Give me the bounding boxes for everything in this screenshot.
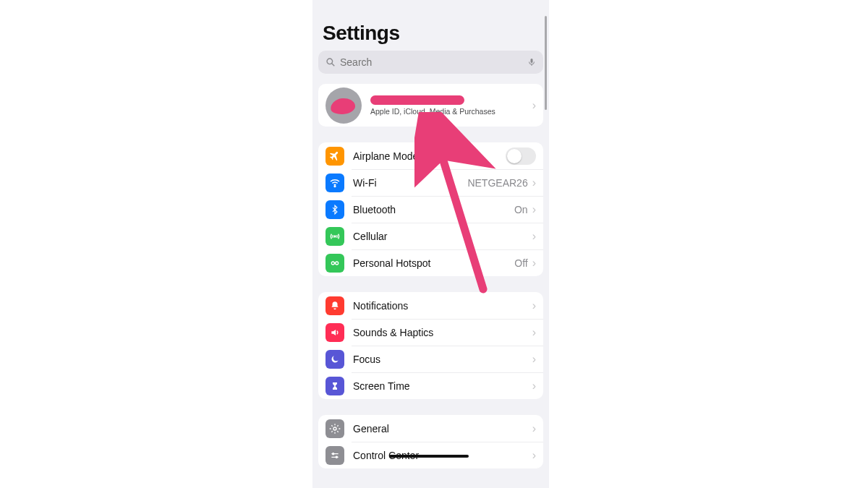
row-value: On	[514, 204, 528, 215]
svg-rect-2	[531, 59, 533, 63]
row-value: NETGEAR26	[467, 177, 527, 189]
svg-point-9	[333, 427, 336, 430]
search-input[interactable]	[340, 56, 523, 68]
profile-subtitle: Apple ID, iCloud, Media & Purchases	[370, 107, 532, 116]
svg-point-6	[331, 262, 334, 265]
profile-row[interactable]: Apple ID, iCloud, Media & Purchases ›	[318, 84, 543, 127]
moon-icon	[326, 350, 344, 369]
row-label: Airplane Mode	[353, 150, 506, 162]
row-cellular[interactable]: Cellular ›	[318, 223, 543, 249]
group-connectivity: Airplane Mode Wi-Fi NETGEAR26 › Bluetoot…	[318, 142, 543, 276]
search-icon	[326, 57, 336, 67]
row-general[interactable]: General ›	[318, 415, 543, 442]
row-label: Wi-Fi	[353, 177, 467, 189]
chevron-right-icon: ›	[532, 380, 536, 392]
row-sounds[interactable]: Sounds & Haptics ›	[318, 319, 543, 346]
row-airplane-mode[interactable]: Airplane Mode	[318, 142, 543, 169]
row-screen-time[interactable]: Screen Time ›	[318, 372, 543, 399]
avatar	[326, 87, 362, 124]
chevron-right-icon: ›	[532, 231, 536, 242]
row-bluetooth[interactable]: Bluetooth On ›	[318, 196, 543, 223]
row-label: Sounds & Haptics	[353, 327, 532, 338]
row-wifi[interactable]: Wi-Fi NETGEAR26 ›	[318, 169, 543, 196]
svg-point-5	[334, 235, 336, 236]
chevron-right-icon: ›	[532, 423, 536, 435]
page-title: Settings	[318, 0, 543, 51]
svg-point-0	[327, 59, 333, 64]
svg-point-7	[336, 262, 339, 265]
row-value: Off	[514, 257, 527, 269]
chevron-right-icon: ›	[532, 327, 536, 338]
svg-line-1	[332, 64, 335, 67]
bell-icon	[326, 296, 344, 315]
hotspot-icon	[326, 254, 344, 273]
row-label: Cellular	[353, 231, 532, 242]
chevron-right-icon: ›	[532, 300, 536, 312]
row-label: Notifications	[353, 300, 532, 312]
chevron-right-icon: ›	[532, 450, 536, 461]
row-focus[interactable]: Focus ›	[318, 346, 543, 372]
row-control-center[interactable]: Control Center ›	[318, 442, 543, 468]
profile-group: Apple ID, iCloud, Media & Purchases ›	[318, 84, 543, 127]
cellular-icon	[326, 227, 344, 246]
redaction-name	[370, 95, 464, 105]
wifi-icon	[326, 174, 344, 192]
group-notifications: Notifications › Sounds & Haptics › Focus…	[318, 292, 543, 399]
gear-icon	[326, 419, 344, 438]
chevron-right-icon: ›	[532, 204, 536, 215]
chevron-right-icon: ›	[532, 354, 536, 365]
hourglass-icon	[326, 377, 344, 395]
row-label: Focus	[353, 354, 532, 365]
row-notifications[interactable]: Notifications ›	[318, 292, 543, 319]
airplane-icon	[326, 147, 344, 166]
chevron-right-icon: ›	[532, 177, 536, 189]
settings-screen: Settings Apple ID, iCloud, Media & Purch…	[312, 0, 549, 488]
speaker-icon	[326, 323, 344, 342]
search-bar[interactable]	[318, 51, 543, 74]
redaction-avatar	[330, 97, 356, 115]
row-label: Bluetooth	[353, 204, 514, 215]
scrollbar[interactable]	[545, 16, 547, 110]
chevron-right-icon: ›	[532, 100, 536, 111]
row-label: General	[353, 423, 532, 435]
bluetooth-icon	[326, 200, 344, 219]
row-label: Personal Hotspot	[353, 257, 514, 269]
row-label: Screen Time	[353, 380, 532, 392]
sliders-icon	[326, 446, 344, 465]
chevron-right-icon: ›	[532, 257, 536, 269]
group-system: General › Control Center ›	[318, 415, 543, 468]
row-hotspot[interactable]: Personal Hotspot Off ›	[318, 249, 543, 276]
airplane-toggle[interactable]	[506, 147, 536, 165]
svg-point-4	[334, 185, 336, 187]
mic-icon[interactable]	[527, 56, 536, 68]
redaction-scribble	[389, 455, 469, 458]
